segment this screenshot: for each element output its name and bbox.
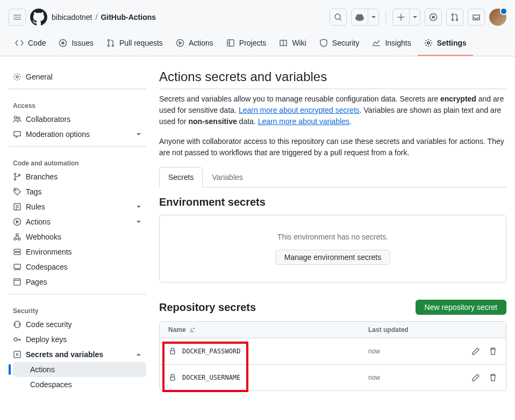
svg-point-18	[15, 179, 16, 180]
repo-link[interactable]: GitHub-Actions	[101, 13, 156, 21]
description-1: Secrets and variables allow you to manag…	[159, 93, 506, 127]
hamburger-menu[interactable]	[9, 9, 26, 26]
sidebar-moderation[interactable]: Moderation options	[9, 127, 146, 142]
svg-point-31	[14, 338, 17, 341]
tab-wiki[interactable]: Wiki	[273, 34, 312, 56]
secret-name: DOCKER_PASSWORD	[182, 347, 240, 355]
description-2: Anyone with collaborator access to this …	[159, 136, 506, 158]
create-button[interactable]	[392, 9, 410, 26]
edit-icon[interactable]	[471, 347, 480, 356]
search-button[interactable]	[330, 9, 347, 26]
subtab-variables[interactable]: Variables	[203, 167, 252, 187]
svg-rect-28	[14, 264, 20, 269]
sidebar-environments[interactable]: Environments	[9, 244, 146, 259]
sidebar-tags[interactable]: Tags	[9, 184, 146, 199]
svg-rect-29	[14, 279, 20, 285]
sidebar-branches[interactable]: Branches	[9, 169, 146, 184]
svg-point-10	[112, 45, 113, 47]
repo-secrets-title: Repository secrets	[159, 301, 256, 314]
svg-point-16	[18, 117, 20, 119]
lock-icon	[168, 347, 177, 356]
lock-icon	[168, 373, 177, 382]
env-secrets-empty: This environment has no secrets. Manage …	[159, 215, 506, 283]
create-dropdown[interactable]	[410, 9, 420, 26]
tab-actions[interactable]: Actions	[169, 34, 220, 56]
sidebar-hdr-code: Code and automation	[9, 151, 146, 169]
tab-security[interactable]: Security	[313, 34, 366, 56]
page-title: Actions secrets and variables	[159, 69, 506, 89]
owner-link[interactable]: bibicadotnet	[52, 13, 92, 21]
secret-updated: now	[368, 374, 444, 381]
chevron-down-icon	[135, 131, 142, 137]
sidebar-hdr-security: Security	[9, 299, 146, 317]
chevron-down-icon	[135, 204, 142, 210]
subtab-secrets[interactable]: Secrets	[159, 167, 203, 187]
new-repo-secret-button[interactable]: New repository secret	[416, 300, 506, 315]
github-logo[interactable]	[30, 9, 47, 26]
chevron-up-icon	[135, 351, 142, 358]
sidebar-secrets-variables[interactable]: Secrets and variables	[9, 347, 146, 362]
manage-env-secrets-button[interactable]: Manage environment secrets	[275, 250, 391, 265]
svg-point-0	[335, 14, 340, 19]
delete-icon[interactable]	[489, 373, 497, 382]
svg-rect-26	[14, 249, 20, 251]
svg-rect-33	[170, 351, 175, 354]
svg-point-14	[16, 76, 18, 78]
tab-pull-requests[interactable]: Pull requests	[100, 34, 169, 56]
table-row: DOCKER_PASSWORD now	[160, 338, 506, 365]
copilot-dropdown[interactable]	[368, 9, 379, 26]
inbox-button[interactable]	[468, 9, 485, 26]
chevron-down-icon	[135, 219, 142, 225]
table-row: DOCKER_USERNAME now	[160, 365, 506, 390]
sidebar-hdr-access: Access	[9, 93, 146, 112]
user-avatar[interactable]	[489, 9, 506, 26]
tab-insights[interactable]: Insights	[366, 34, 417, 56]
sidebar-actions[interactable]: Actions	[9, 214, 146, 229]
secret-name: DOCKER_USERNAME	[182, 374, 240, 381]
svg-point-25	[18, 238, 20, 240]
sidebar-collaborators[interactable]: Collaborators	[9, 112, 146, 127]
tab-issues[interactable]: Issues	[52, 34, 99, 56]
issues-button[interactable]	[425, 9, 442, 26]
svg-point-2	[432, 16, 434, 18]
svg-rect-34	[170, 377, 175, 380]
svg-point-3	[452, 14, 454, 16]
svg-point-9	[108, 45, 109, 47]
copilot-button[interactable]	[351, 9, 368, 26]
svg-point-8	[108, 40, 109, 41]
sidebar-codespaces[interactable]: Codespaces	[9, 259, 146, 274]
svg-rect-27	[14, 252, 20, 255]
edit-icon[interactable]	[471, 373, 480, 382]
sidebar-sub-codespaces[interactable]: Codespaces	[13, 377, 146, 392]
secret-updated: now	[368, 347, 444, 355]
svg-point-4	[452, 19, 454, 21]
svg-point-20	[15, 190, 16, 191]
svg-point-5	[456, 19, 458, 21]
sort-icon[interactable]	[188, 326, 196, 334]
sidebar-webhooks[interactable]: Webhooks	[9, 229, 146, 244]
svg-point-13	[427, 42, 430, 44]
secrets-table: Name Last updated DOCKER_PASSWORD now DO…	[159, 321, 506, 391]
sidebar-general[interactable]: General	[9, 69, 146, 84]
link-encrypted-secrets[interactable]: Learn more about encrypted secrets	[239, 106, 360, 114]
svg-point-24	[14, 238, 16, 240]
tab-settings[interactable]: Settings	[418, 34, 473, 56]
pull-requests-button[interactable]	[446, 9, 463, 26]
tab-code[interactable]: Code	[9, 34, 52, 56]
sidebar-code-security[interactable]: Code security	[9, 317, 146, 332]
sidebar-deploy-keys[interactable]: Deploy keys	[9, 332, 146, 347]
delete-icon[interactable]	[489, 347, 497, 356]
breadcrumb: bibicadotnet / GitHub-Actions	[52, 13, 156, 21]
svg-point-17	[15, 173, 16, 175]
svg-point-15	[15, 117, 17, 119]
sidebar-pages[interactable]: Pages	[9, 274, 146, 289]
env-secrets-title: Environment secrets	[159, 196, 506, 208]
link-variables[interactable]: Learn more about variables	[258, 117, 349, 126]
svg-point-7	[62, 42, 64, 44]
sidebar-rules[interactable]: Rules	[9, 199, 146, 214]
sidebar-sub-actions[interactable]: Actions	[13, 362, 146, 377]
tab-projects[interactable]: Projects	[220, 34, 273, 56]
